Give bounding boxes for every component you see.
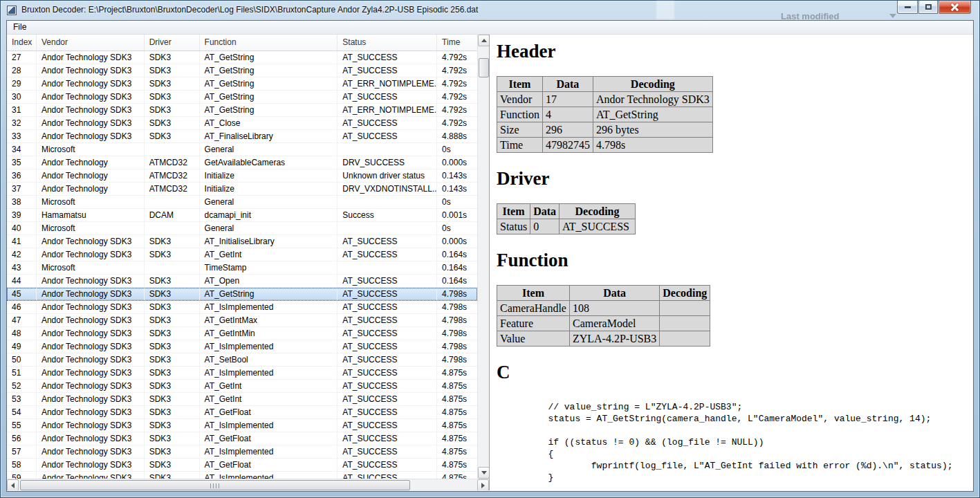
menubar: File — [7, 21, 973, 35]
table-row[interactable]: 55 Andor Technology SDK3 SDK3 AT_IsImple… — [7, 419, 477, 432]
detail-item-cell: Size — [497, 122, 543, 138]
scroll-left-button[interactable] — [7, 479, 19, 490]
cell-index: 45 — [7, 288, 37, 300]
cell-status: AT_SUCCESS — [338, 248, 437, 261]
cell-time: 0.000s — [437, 235, 477, 248]
table-row[interactable]: 44 Andor Technology SDK3 SDK3 AT_Open AT… — [7, 275, 477, 288]
detail-row: Vendor 17 Andor Technology SDK3 — [497, 92, 713, 107]
table-row[interactable]: 38 Microsoft General 0s — [7, 196, 477, 209]
table-row[interactable]: 49 Andor Technology SDK3 SDK3 AT_IsImple… — [7, 340, 477, 353]
menu-file[interactable]: File — [7, 21, 31, 34]
table-row[interactable]: 30 Andor Technology SDK3 SDK3 AT_GetStri… — [7, 91, 477, 104]
column-header[interactable]: Vendor — [37, 35, 145, 50]
triangle-up-icon — [481, 39, 487, 42]
cell-function: AT_IsImplemented — [200, 367, 338, 379]
table-row[interactable]: 47 Andor Technology SDK3 SDK3 AT_GetIntM… — [7, 314, 477, 327]
cell-function: AT_FinaliseLibrary — [200, 130, 338, 142]
cell-time: 4.798s — [437, 301, 477, 313]
table-row[interactable]: 58 Andor Technology SDK3 SDK3 AT_GetFloa… — [7, 459, 477, 472]
cell-driver: SDK3 — [145, 353, 200, 366]
table-row[interactable]: 28 Andor Technology SDK3 SDK3 AT_GetStri… — [7, 64, 477, 77]
table-row[interactable]: 42 Andor Technology SDK3 SDK3 AT_GetInt … — [7, 248, 477, 261]
table-row[interactable]: 35 Andor Technology ATMCD32 GetAvailable… — [7, 156, 477, 169]
cell-vendor: Andor Technology SDK3 — [37, 459, 145, 471]
cell-status: AT_SUCCESS — [338, 393, 437, 405]
table-row[interactable]: 31 Andor Technology SDK3 SDK3 AT_GetStri… — [7, 104, 477, 117]
scroll-right-button[interactable] — [477, 479, 489, 490]
cell-status: AT_SUCCESS — [338, 472, 437, 479]
detail-decoding-cell: AT_GetString — [593, 107, 712, 122]
table-row[interactable]: 51 Andor Technology SDK3 SDK3 AT_IsImple… — [7, 367, 477, 380]
table-row[interactable]: 29 Andor Technology SDK3 SDK3 AT_GetStri… — [7, 77, 477, 91]
cell-driver: SDK3 — [145, 130, 200, 142]
table-row[interactable]: 34 Microsoft General 0s — [7, 143, 477, 156]
cell-index: 54 — [7, 406, 37, 418]
cell-vendor: Andor Technology SDK3 — [37, 51, 145, 64]
detail-column-header: Data — [542, 77, 593, 92]
scroll-down-button[interactable] — [478, 467, 490, 479]
thumb-grip-icon — [210, 483, 220, 488]
minimize-button[interactable] — [897, 1, 918, 14]
table-row[interactable]: 53 Andor Technology SDK3 SDK3 AT_GetInt … — [7, 393, 477, 406]
detail-column-header: Item — [497, 77, 543, 92]
maximize-button[interactable] — [918, 1, 938, 14]
cell-driver: SDK3 — [145, 445, 200, 458]
column-header[interactable]: Driver — [145, 35, 200, 50]
cell-time: 4.875s — [437, 406, 477, 418]
table-row[interactable]: 52 Andor Technology SDK3 SDK3 AT_GetInt … — [7, 380, 477, 393]
cell-time: 4.875s — [437, 393, 477, 405]
table-row[interactable]: 40 Microsoft General 0s — [7, 222, 477, 235]
column-header[interactable]: Status — [338, 35, 437, 50]
cell-status: AT_SUCCESS — [338, 64, 437, 77]
column-header[interactable]: Time — [437, 35, 477, 50]
table-row[interactable]: 48 Andor Technology SDK3 SDK3 AT_GetIntM… — [7, 327, 477, 340]
cell-status: AT_SUCCESS — [338, 445, 437, 458]
cell-index: 47 — [7, 314, 37, 326]
cell-vendor: Andor Technology SDK3 — [37, 64, 145, 77]
cell-driver: ATMCD32 — [145, 156, 200, 169]
cell-time: 0s — [437, 196, 477, 208]
table-row[interactable]: 56 Andor Technology SDK3 SDK3 AT_GetFloa… — [7, 432, 477, 445]
table-row[interactable]: 50 Andor Technology SDK3 SDK3 AT_SetBool… — [7, 353, 477, 367]
detail-data-cell: 17 — [542, 92, 593, 107]
scroll-up-button[interactable] — [478, 35, 490, 46]
cell-status: DRV_VXDNOTINSTALL... — [338, 183, 437, 195]
horizontal-scroll-thumb[interactable] — [20, 480, 410, 490]
cell-function: dcamapi_init — [200, 209, 338, 221]
cell-time: 0.164s — [437, 275, 477, 287]
cell-status: AT_SUCCESS — [338, 51, 437, 64]
table-row[interactable]: 46 Andor Technology SDK3 SDK3 AT_IsImple… — [7, 301, 477, 314]
table-row[interactable]: 59 Andor Technology SDK3 SDK3 AT_IsImple… — [7, 472, 477, 479]
vertical-scrollbar[interactable] — [477, 35, 489, 479]
cell-driver: SDK3 — [145, 51, 200, 64]
header-table: ItemDataDecoding Vendor 17 Andor Technol… — [497, 76, 713, 153]
cell-time: 4.875s — [437, 472, 477, 479]
titlebar[interactable]: Bruxton Decoder: E:\Project\Bruxton\Brux… — [1, 1, 979, 20]
table-row[interactable]: 39 Hamamatsu DCAM dcamapi_init Success 0… — [7, 209, 477, 222]
cell-index: 37 — [7, 183, 37, 195]
table-row[interactable]: 54 Andor Technology SDK3 SDK3 AT_GetFloa… — [7, 406, 477, 419]
cell-status: AT_SUCCESS — [338, 340, 437, 353]
table-row[interactable]: 27 Andor Technology SDK3 SDK3 AT_GetStri… — [7, 51, 477, 64]
table-row[interactable]: 37 Andor Technology ATMCD32 Initialize D… — [7, 183, 477, 196]
column-header[interactable]: Index — [7, 35, 37, 50]
log-list-pane: IndexVendorDriverFunctionStatusTime 27 A… — [7, 35, 490, 490]
column-header[interactable]: Function — [200, 35, 338, 50]
detail-row: Size 296 296 bytes — [497, 122, 713, 138]
table-row[interactable]: 57 Andor Technology SDK3 SDK3 AT_IsImple… — [7, 445, 477, 459]
cell-index: 38 — [7, 196, 37, 208]
cell-vendor: Andor Technology SDK3 — [37, 91, 145, 103]
close-button[interactable] — [939, 1, 971, 14]
table-row[interactable]: 45 Andor Technology SDK3 SDK3 AT_GetStri… — [7, 288, 477, 301]
table-row[interactable]: 32 Andor Technology SDK3 SDK3 AT_Close A… — [7, 117, 477, 130]
cell-index: 44 — [7, 275, 37, 287]
table-row[interactable]: 43 Microsoft TimeStamp 0.164s — [7, 261, 477, 275]
table-row[interactable]: 33 Andor Technology SDK3 SDK3 AT_Finalis… — [7, 130, 477, 143]
table-row[interactable]: 36 Andor Technology ATMCD32 Initialize U… — [7, 169, 477, 183]
horizontal-scrollbar[interactable] — [7, 479, 489, 490]
cell-function: AT_InitialiseLibrary — [200, 235, 338, 248]
vertical-scroll-thumb[interactable] — [479, 58, 489, 77]
cell-status: AT_SUCCESS — [338, 367, 437, 379]
app-window: Bruxton Decoder: E:\Project\Bruxton\Brux… — [0, 0, 980, 498]
table-row[interactable]: 41 Andor Technology SDK3 SDK3 AT_Initial… — [7, 235, 477, 248]
